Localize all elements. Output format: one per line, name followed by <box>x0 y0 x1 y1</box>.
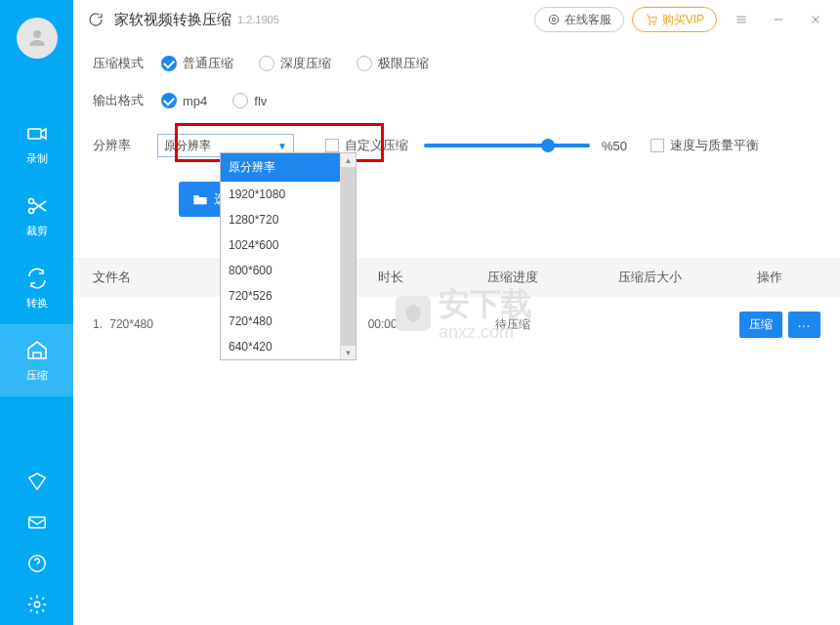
options-panel: 压缩模式 普通压缩 深度压缩 极限压缩 输出格式 mp4 flv <box>73 39 840 125</box>
cs-label: 在线客服 <box>565 12 611 28</box>
minimize-button[interactable] <box>766 7 791 32</box>
titlebar: 家软视频转换压缩 1.2.1905 在线客服 购买VIP <box>73 0 840 39</box>
avatar[interactable] <box>17 18 58 59</box>
col-header-op: 操作 <box>718 269 820 286</box>
refresh-icon[interactable] <box>85 9 106 30</box>
customer-service-button[interactable]: 在线客服 <box>534 7 624 32</box>
vip-label: 购买VIP <box>662 12 704 28</box>
compress-slider[interactable] <box>424 144 590 147</box>
scroll-up-icon[interactable]: ▲ <box>341 153 356 167</box>
col-header-progress: 压缩进度 <box>444 269 581 286</box>
scissors-icon <box>24 193 50 219</box>
slider-percent: %50 <box>602 139 627 153</box>
table-row: 1. 720*480 00:00:09 待压缩 压缩 ... <box>73 297 840 352</box>
table-header: 文件名 时长 压缩进度 压缩后大小 操作 <box>73 258 840 297</box>
sidebar-item-record[interactable]: 录制 <box>0 107 73 180</box>
col-header-size: 压缩后大小 <box>581 269 718 286</box>
sidebar-item-compress[interactable]: 压缩 <box>0 324 73 396</box>
radio-deep-compress[interactable]: 深度压缩 <box>259 55 331 72</box>
compress-mode-row: 压缩模式 普通压缩 深度压缩 极限压缩 <box>93 45 820 82</box>
close-button[interactable] <box>803 7 828 32</box>
app-title: 家软视频转换压缩 <box>114 11 231 29</box>
svg-point-9 <box>649 23 651 25</box>
radio-flv[interactable]: flv <box>232 93 267 108</box>
sidebar-item-label: 裁剪 <box>26 224 48 238</box>
dropdown-item[interactable]: 640*420 <box>221 334 356 359</box>
svg-rect-4 <box>28 518 45 528</box>
output-format-label: 输出格式 <box>93 92 161 109</box>
compress-mode-label: 压缩模式 <box>93 55 161 72</box>
radio-extreme-compress[interactable]: 极限压缩 <box>357 55 429 72</box>
output-format-row: 输出格式 mp4 flv <box>93 82 820 119</box>
app-version: 1.2.1905 <box>237 14 279 25</box>
slider-knob[interactable] <box>541 139 555 152</box>
sidebar-settings-icon[interactable] <box>0 584 73 625</box>
svg-rect-1 <box>28 129 41 139</box>
row-ops: 压缩 ... <box>718 312 820 338</box>
sidebar-item-label: 录制 <box>26 151 48 166</box>
radio-mp4[interactable]: mp4 <box>161 93 207 108</box>
dropdown-item[interactable]: 1024*600 <box>221 232 356 258</box>
svg-point-8 <box>549 15 558 23</box>
sidebar-item-convert[interactable]: 转换 <box>0 252 73 324</box>
svg-point-6 <box>34 602 40 607</box>
dropdown-item[interactable]: 800*600 <box>221 258 356 283</box>
resolution-value: 原分辨率 <box>164 138 211 154</box>
resolution-dropdown: 原分辨率 1920*1080 1280*720 1024*600 800*600… <box>220 152 357 360</box>
sidebar-item-label: 转换 <box>26 296 48 311</box>
svg-point-0 <box>33 30 41 38</box>
main-panel: 家软视频转换压缩 1.2.1905 在线客服 购买VIP 压缩模式 普通压缩 深… <box>73 0 840 625</box>
dropdown-item[interactable]: 1280*720 <box>221 207 356 232</box>
sidebar-help-icon[interactable] <box>0 543 73 584</box>
sidebar-item-label: 压缩 <box>26 368 48 383</box>
dropdown-item[interactable]: 720*526 <box>221 283 356 309</box>
buy-vip-button[interactable]: 购买VIP <box>632 7 717 32</box>
sidebar-item-crop[interactable]: 裁剪 <box>0 180 73 252</box>
balance-checkbox[interactable]: 速度与质量平衡 <box>651 137 759 154</box>
chevron-down-icon: ▼ <box>277 141 287 151</box>
scroll-thumb[interactable] <box>341 167 356 346</box>
menu-button[interactable] <box>729 7 754 32</box>
camera-icon <box>24 121 50 146</box>
more-button[interactable]: ... <box>788 312 820 338</box>
compress-button[interactable]: 压缩 <box>739 312 782 338</box>
scroll-down-icon[interactable]: ▼ <box>341 346 356 359</box>
dropdown-item[interactable]: 720*480 <box>221 309 356 334</box>
dropdown-scrollbar[interactable]: ▲ ▼ <box>340 153 356 359</box>
svg-point-7 <box>552 18 556 21</box>
sidebar-mail-icon[interactable] <box>0 502 73 543</box>
svg-point-10 <box>653 23 655 25</box>
sidebar: 录制 裁剪 转换 压缩 <box>0 0 73 625</box>
dropdown-item[interactable]: 1920*1080 <box>221 182 356 207</box>
row-progress: 待压缩 <box>444 316 581 333</box>
resolution-label: 分辨率 <box>93 137 157 154</box>
convert-icon <box>24 266 50 291</box>
resolution-row: 分辨率 原分辨率 ▼ 自定义压缩 %50 速度与质量平衡 <box>73 125 840 166</box>
sidebar-badge-icon[interactable] <box>0 461 73 502</box>
dropdown-item[interactable]: 原分辨率 <box>221 153 356 182</box>
radio-normal-compress[interactable]: 普通压缩 <box>161 55 233 72</box>
compress-icon <box>24 338 50 363</box>
